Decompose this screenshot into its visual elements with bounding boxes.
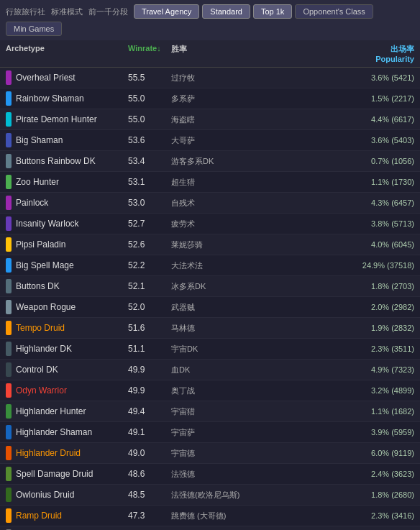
- chinese-name: 过疗牧: [171, 73, 328, 83]
- table-row[interactable]: Highlander DK 51.1 宇宙DK 2.3% (3511): [0, 339, 420, 360]
- archetype-label: Pirate Demon Hunter: [16, 114, 97, 124]
- table-row[interactable]: Big Shaman 53.6 大哥萨 3.6% (5403): [0, 130, 420, 151]
- archetype-label: Big Shaman: [16, 135, 63, 145]
- table-row[interactable]: Overheal Priest 55.5 过疗牧 3.6% (5421): [0, 68, 420, 88]
- top-bar: 行旅旅行社 标准模式 前一千分段 Travel Agency Standard …: [0, 0, 420, 40]
- archetype-label: Highlander Druid: [16, 448, 81, 458]
- archetype-label: Zoo Hunter: [16, 177, 59, 187]
- chinese-name: 宇宙德: [171, 448, 328, 459]
- filter-top1k[interactable]: Top 1k: [253, 4, 292, 19]
- table-row[interactable]: Tempo Druid 51.6 马林德 1.9% (2832): [0, 318, 420, 339]
- popularity-value: 2.4% (3623): [328, 470, 414, 478]
- archetype-name: Owlonius Druid: [6, 488, 128, 502]
- archetype-name: Tempo Druid: [6, 321, 128, 335]
- winrate-value: 53.1: [128, 177, 171, 187]
- archetype-name: Control DK: [6, 362, 128, 377]
- class-color-bar: [6, 112, 12, 127]
- filter-standard[interactable]: Standard: [202, 4, 250, 19]
- table-row[interactable]: Control DK 49.9 血DK 4.9% (7323): [0, 360, 420, 380]
- class-color-bar: [6, 237, 12, 252]
- table-row[interactable]: Highlander Hunter 49.4 宇宙猎 1.1% (1682): [0, 401, 420, 422]
- class-color-bar: [6, 258, 12, 273]
- class-color-bar: [6, 70, 12, 85]
- table-row[interactable]: Coin Rogue 46.5 许愿贼 2.0% (2979): [0, 526, 420, 530]
- winrate-value: 52.7: [128, 219, 171, 229]
- class-color-bar: [6, 383, 12, 398]
- header-winrate: Winrate↓: [128, 44, 171, 63]
- popularity-value: 6.0% (9119): [328, 449, 414, 457]
- chinese-name: 宇宙DK: [171, 344, 328, 355]
- winrate-value: 49.9: [128, 365, 171, 375]
- class-color-bar: [6, 342, 12, 356]
- archetype-name: Painlock: [6, 196, 128, 210]
- table-row[interactable]: Highlander Shaman 49.1 宇宙萨 3.9% (5959): [0, 422, 420, 443]
- filter-opponent-class[interactable]: Opponent's Class: [295, 4, 373, 19]
- table-row[interactable]: Painlock 53.0 自残术 4.3% (6457): [0, 193, 420, 214]
- filter-min-games[interactable]: Min Games: [6, 22, 62, 36]
- popularity-value: 1.8% (2703): [328, 282, 414, 291]
- archetype-name: Spell Damage Druid: [6, 467, 128, 481]
- class-color-bar: [6, 300, 12, 314]
- archetype-label: Tempo Druid: [16, 323, 65, 333]
- filter-travel-agency[interactable]: Travel Agency: [134, 4, 199, 19]
- table-row[interactable]: Pipsi Paladin 52.6 莱妮莎骑 4.0% (6045): [0, 234, 420, 255]
- chinese-name: 宇宙萨: [171, 427, 328, 438]
- class-color-bar: [6, 446, 12, 460]
- archetype-label: Highlander Shaman: [16, 427, 92, 437]
- table-row[interactable]: Buttons Rainbow DK 53.4 游客多系DK 0.7% (105…: [0, 151, 420, 172]
- archetype-name: Buttons Rainbow DK: [6, 154, 128, 168]
- chinese-name: 莱妮莎骑: [171, 239, 328, 250]
- archetype-name: Big Spell Mage: [6, 258, 128, 273]
- table-row[interactable]: Odyn Warrior 49.9 奥丁战 3.2% (4899): [0, 380, 420, 401]
- archetype-name: Zoo Hunter: [6, 175, 128, 189]
- table-row[interactable]: Rainbow Shaman 55.0 多系萨 1.5% (2217): [0, 88, 420, 109]
- table-row[interactable]: Owlonius Druid 48.5 法强德(欧洛尼乌斯) 1.8% (268…: [0, 485, 420, 506]
- archetype-name: Odyn Warrior: [6, 383, 128, 398]
- table-row[interactable]: Zoo Hunter 53.1 超生猎 1.1% (1730): [0, 172, 420, 193]
- winrate-value: 53.4: [128, 156, 171, 166]
- winrate-value: 55.5: [128, 73, 171, 83]
- popularity-value: 2.3% (3416): [328, 511, 414, 520]
- chinese-name: 奥丁战: [171, 385, 328, 396]
- table-row[interactable]: Pirate Demon Hunter 55.0 海盗瞎 4.4% (6617): [0, 109, 420, 130]
- class-color-bar: [6, 196, 12, 210]
- winrate-value: 52.6: [128, 239, 171, 250]
- chinese-name: 法强德: [171, 469, 328, 480]
- class-color-bar: [6, 488, 12, 502]
- popularity-value: 3.9% (5959): [328, 428, 414, 437]
- table-row[interactable]: Spell Damage Druid 48.6 法强德 2.4% (3623): [0, 464, 420, 485]
- table-row[interactable]: Ramp Druid 47.3 跳费德 (大哥德) 2.3% (3416): [0, 506, 420, 526]
- popularity-value: 2.0% (2982): [328, 303, 414, 311]
- label-top1k: 前一千分段: [88, 6, 128, 17]
- table-row[interactable]: Buttons DK 52.1 冰多系DK 1.8% (2703): [0, 276, 420, 297]
- chinese-name: 法强德(欧洛尼乌斯): [171, 490, 328, 501]
- archetype-label: Overheal Priest: [16, 73, 76, 83]
- winrate-value: 52.2: [128, 260, 171, 270]
- archetype-name: Highlander Shaman: [6, 425, 128, 439]
- archetype-name: Highlander Hunter: [6, 404, 128, 419]
- archetype-label: Weapon Rogue: [16, 302, 76, 312]
- archetype-label: Highlander DK: [16, 344, 72, 354]
- archetype-label: Odyn Warrior: [16, 385, 67, 396]
- archetype-name: Big Shaman: [6, 133, 128, 147]
- popularity-value: 3.8% (5713): [328, 219, 414, 228]
- table-row[interactable]: Insanity Warlock 52.7 疲劳术 3.8% (5713): [0, 214, 420, 234]
- table-row[interactable]: Weapon Rogue 52.0 武器贼 2.0% (2982): [0, 297, 420, 318]
- header-archetype: Archetype: [6, 44, 128, 63]
- class-color-bar: [6, 362, 12, 377]
- table-row[interactable]: Big Spell Mage 52.2 大法术法 24.9% (37518): [0, 255, 420, 276]
- archetype-name: Pipsi Paladin: [6, 237, 128, 252]
- winrate-value: 55.0: [128, 93, 171, 104]
- archetype-label: Buttons Rainbow DK: [16, 156, 96, 166]
- chinese-name: 血DK: [171, 365, 328, 375]
- popularity-value: 4.3% (6457): [328, 198, 414, 207]
- table-row[interactable]: Highlander Druid 49.0 宇宙德 6.0% (9119): [0, 443, 420, 464]
- archetype-label: Control DK: [16, 365, 58, 375]
- archetype-label: Insanity Warlock: [16, 219, 79, 229]
- class-color-bar: [6, 91, 12, 106]
- winrate-value: 53.0: [128, 198, 171, 208]
- popularity-value: 2.3% (3511): [328, 344, 414, 353]
- popularity-value: 1.1% (1730): [328, 178, 414, 186]
- archetype-name: Highlander Druid: [6, 446, 128, 460]
- popularity-value: 3.6% (5421): [328, 73, 414, 82]
